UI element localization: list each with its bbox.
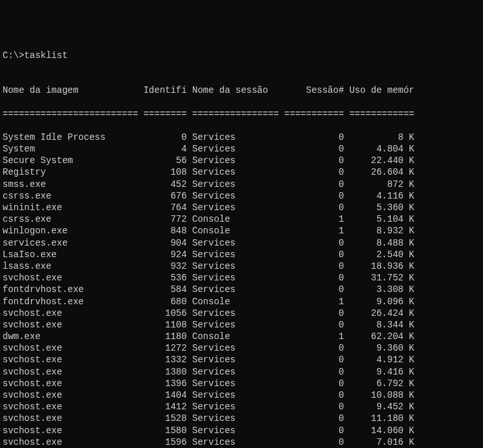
process-row: LsaIso.exe 924 Services 0 2.540 K — [3, 249, 483, 260]
process-row: winlogon.exe 848 Console 1 8.932 K — [3, 225, 483, 237]
process-row: svchost.exe 1332 Services 0 4.912 K — [3, 354, 483, 365]
process-row: fontdrvhost.exe 584 Services 0 3.308 K — [3, 284, 483, 295]
process-row: System Idle Process 0 Services 0 8 K — [3, 131, 483, 143]
process-row: lsass.exe 932 Services 0 18.936 K — [3, 260, 483, 272]
process-row: csrss.exe 676 Services 0 4.116 K — [3, 190, 483, 202]
process-row: svchost.exe 1528 Services 0 11.180 K — [3, 413, 483, 424]
process-row: svchost.exe 1596 Services 0 7.016 K — [3, 436, 483, 448]
process-row: svchost.exe 1396 Services 0 6.792 K — [3, 378, 483, 389]
process-row: fontdrvhost.exe 680 Console 1 9.096 K — [3, 296, 483, 307]
process-row: System 4 Services 0 4.804 K — [3, 143, 483, 155]
command-prompt: C:\>tasklist — [3, 50, 483, 61]
process-row: svchost.exe 1580 Services 0 14.060 K — [3, 425, 483, 436]
process-row: services.exe 904 Services 0 8.488 K — [3, 237, 483, 249]
process-row: Registry 108 Services 0 26.604 K — [3, 166, 483, 178]
process-row: svchost.exe 1412 Services 0 9.452 K — [3, 401, 483, 413]
column-headers: Nome da imagem Identifi Nome da sessão S… — [3, 84, 483, 96]
process-row: svchost.exe 1404 Services 0 10.088 K — [3, 389, 483, 401]
process-list: System Idle Process 0 Services 0 8 KSyst… — [3, 131, 483, 448]
process-row: dwm.exe 1180 Console 1 62.204 K — [3, 331, 483, 342]
process-row: smss.exe 452 Services 0 872 K — [3, 179, 483, 190]
process-row: svchost.exe 1056 Services 0 26.424 K — [3, 307, 483, 319]
process-row: svchost.exe 1380 Services 0 9.416 K — [3, 366, 483, 378]
process-row: svchost.exe 1108 Services 0 8.344 K — [3, 319, 483, 331]
process-row: svchost.exe 1272 Services 0 9.360 K — [3, 342, 483, 354]
process-row: svchost.exe 536 Services 0 31.752 K — [3, 272, 483, 284]
process-row: csrss.exe 772 Console 1 5.104 K — [3, 213, 483, 225]
separator: ========================= ======== =====… — [3, 108, 483, 120]
process-row: Secure System 56 Services 0 22.440 K — [3, 155, 483, 166]
process-row: wininit.exe 764 Services 0 5.360 K — [3, 202, 483, 213]
